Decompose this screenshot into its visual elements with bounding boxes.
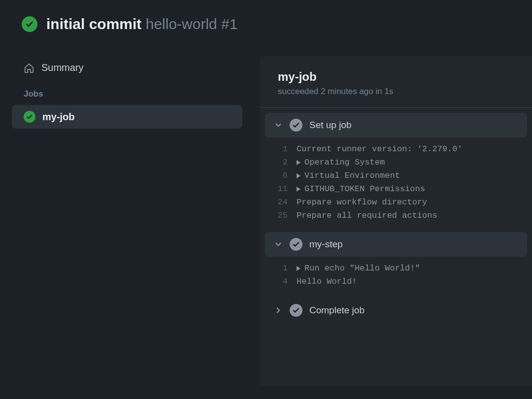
job-header: my-job succeeded 2 minutes ago in 1s xyxy=(260,56,532,108)
workflow-run-id: hello-world #1 xyxy=(146,16,238,32)
status-done-icon xyxy=(290,238,302,251)
log-text: Run echo "Hello World!" xyxy=(297,264,420,273)
log-text: Hello World! xyxy=(297,277,357,286)
check-icon xyxy=(25,20,34,29)
disclosure-icon xyxy=(297,173,300,178)
line-number: 2 xyxy=(260,158,297,167)
log-block: 1Current runner version: '2.279.0'2Opera… xyxy=(260,137,532,227)
disclosure-icon xyxy=(297,160,300,165)
log-line: 4Hello World! xyxy=(260,275,532,288)
chevron-down-icon xyxy=(274,121,283,130)
log-text: GITHUB_TOKEN Permissions xyxy=(297,184,425,194)
log-line[interactable]: 1Run echo "Hello World!" xyxy=(260,262,532,275)
log-text: Prepare all required actions xyxy=(297,211,437,220)
log-text: Virtual Environment xyxy=(297,171,400,180)
line-number: 1 xyxy=(260,264,297,273)
log-text: Prepare workflow directory xyxy=(297,198,427,207)
sidebar-jobs-heading: Jobs xyxy=(12,79,242,105)
line-number: 6 xyxy=(260,171,297,180)
page-title: initial commit hello-world #1 xyxy=(46,16,237,33)
check-icon xyxy=(292,240,300,248)
sidebar-item-label: Summary xyxy=(41,62,84,73)
line-number: 24 xyxy=(260,198,297,207)
sidebar: Summary Jobs my-job xyxy=(0,56,242,386)
commit-title: initial commit xyxy=(46,16,141,32)
status-success-icon xyxy=(22,16,37,32)
sidebar-item-summary[interactable]: Summary xyxy=(12,56,242,79)
log-line: 24Prepare workflow directory xyxy=(260,196,532,209)
chevron-down-icon xyxy=(274,240,283,249)
log-line: 1Current runner version: '2.279.0' xyxy=(260,142,532,156)
step-row[interactable]: Complete job xyxy=(265,298,527,323)
status-success-icon xyxy=(24,111,35,123)
step-row[interactable]: my-step xyxy=(265,232,527,257)
disclosure-icon xyxy=(297,266,300,271)
step-row[interactable]: Set up job xyxy=(265,113,527,137)
step-label: my-step xyxy=(309,239,343,250)
log-line[interactable]: 6Virtual Environment xyxy=(260,169,532,182)
disclosure-icon xyxy=(297,187,300,192)
job-title: my-job xyxy=(278,70,514,84)
log-text: Operating System xyxy=(297,158,385,167)
status-done-icon xyxy=(290,304,302,317)
log-line[interactable]: 2Operating System xyxy=(260,156,532,169)
step-label: Complete job xyxy=(309,305,365,316)
line-number: 11 xyxy=(260,184,297,194)
main-panel: my-job succeeded 2 minutes ago in 1s Set… xyxy=(260,56,532,386)
step-label: Set up job xyxy=(309,120,352,131)
page-header: initial commit hello-world #1 xyxy=(0,0,532,33)
layout: Summary Jobs my-job my-job succeeded 2 m… xyxy=(0,56,532,386)
check-icon xyxy=(292,306,300,314)
check-icon xyxy=(26,113,33,120)
check-icon xyxy=(292,121,300,129)
steps-container: Set up job1Current runner version: '2.27… xyxy=(260,113,532,323)
sidebar-item-job[interactable]: my-job xyxy=(12,105,242,129)
job-subtitle: succeeded 2 minutes ago in 1s xyxy=(278,87,514,97)
log-block: 1Run echo "Hello World!"4Hello World! xyxy=(260,257,532,293)
line-number: 4 xyxy=(260,277,297,286)
log-line[interactable]: 11GITHUB_TOKEN Permissions xyxy=(260,182,532,196)
line-number: 25 xyxy=(260,211,297,220)
log-text: Current runner version: '2.279.0' xyxy=(297,144,463,154)
sidebar-item-label: my-job xyxy=(42,111,75,123)
log-line: 25Prepare all required actions xyxy=(260,209,532,222)
status-done-icon xyxy=(290,119,302,132)
home-icon xyxy=(24,63,34,73)
line-number: 1 xyxy=(260,144,297,154)
chevron-right-icon xyxy=(274,306,283,315)
